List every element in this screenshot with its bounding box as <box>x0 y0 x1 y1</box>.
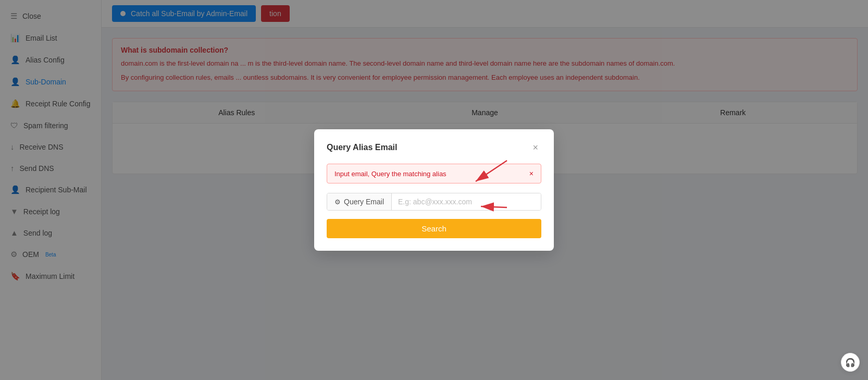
search-button-label: Search <box>421 224 447 233</box>
headphone-icon: 🎧 <box>845 358 855 367</box>
query-label-text: Query Email <box>344 198 384 206</box>
search-button[interactable]: Search <box>327 219 541 238</box>
query-label: ⚙ Query Email <box>327 193 392 210</box>
query-email-input[interactable] <box>392 193 541 210</box>
support-icon[interactable]: 🎧 <box>841 353 860 372</box>
modal-overlay[interactable]: Query Alias Email × Input email, Query t… <box>0 0 868 380</box>
modal-header: Query Alias Email × <box>327 142 541 153</box>
alert-text: Input email, Query the matching alias <box>334 170 447 178</box>
modal-title: Query Alias Email <box>327 143 397 152</box>
modal-close-button[interactable]: × <box>529 142 541 153</box>
query-input-row: ⚙ Query Email <box>327 193 541 211</box>
modal-alert: Input email, Query the matching alias × <box>327 164 541 183</box>
query-alias-modal: Query Alias Email × Input email, Query t… <box>314 129 554 251</box>
alert-close-button[interactable]: × <box>529 169 534 178</box>
query-icon: ⚙ <box>334 198 341 206</box>
